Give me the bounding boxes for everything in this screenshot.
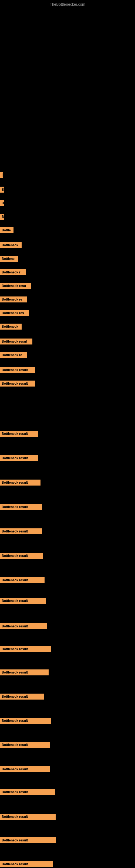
bottleneck-bar-6: Bottlene — [0, 256, 18, 262]
bottleneck-bar-11: Bottleneck — [0, 323, 21, 330]
bottleneck-bar-34: Bottleneck result — [0, 861, 53, 867]
bottleneck-bar-12: Bottleneck resul — [0, 339, 32, 344]
bottleneck-bar-24: Bottleneck result — [0, 623, 47, 629]
bottleneck-bar-20: Bottleneck result — [0, 528, 42, 534]
bottleneck-bar-28: Bottleneck result — [0, 718, 51, 724]
bottleneck-bar-0: | — [0, 172, 3, 178]
bottleneck-bar-5: Bottleneck — [0, 242, 21, 248]
site-title: TheBottlenecker.com — [0, 0, 135, 8]
bottleneck-bar-14: Bottleneck result — [0, 367, 35, 373]
bottleneck-bar-15: Bottleneck result — [0, 380, 35, 386]
bottleneck-bar-2: B — [0, 200, 4, 206]
bottleneck-bar-17: Bottleneck result — [0, 455, 38, 461]
bottleneck-bar-3: B — [0, 214, 4, 220]
bottleneck-bar-27: Bottleneck result — [0, 693, 44, 700]
bottleneck-bar-26: Bottleneck result — [0, 670, 49, 675]
bottleneck-bar-19: Bottleneck result — [0, 504, 42, 510]
bottleneck-bar-23: Bottleneck result — [0, 598, 46, 604]
bottleneck-bar-22: Bottleneck result — [0, 577, 45, 583]
bottleneck-bar-32: Bottleneck result — [0, 814, 56, 820]
bottleneck-bar-1: B — [0, 187, 4, 193]
bottleneck-bar-16: Bottleneck result — [0, 431, 38, 437]
bottleneck-bar-29: Bottleneck result — [0, 742, 50, 748]
bottleneck-bar-33: Bottleneck result — [0, 837, 56, 843]
bottleneck-bar-18: Bottleneck result — [0, 479, 41, 486]
bottleneck-bar-13: Bottleneck re — [0, 352, 27, 358]
bottleneck-bar-25: Bottleneck result — [0, 646, 51, 652]
bottleneck-bar-21: Bottleneck result — [0, 553, 43, 559]
bottleneck-bar-7: Bottleneck r — [0, 269, 26, 275]
bottleneck-bar-31: Bottleneck result — [0, 789, 55, 795]
bottleneck-bar-30: Bottleneck result — [0, 766, 50, 772]
bottleneck-bar-8: Bottleneck resu — [0, 283, 31, 289]
bottleneck-bar-9: Bottleneck re — [0, 297, 27, 303]
bottleneck-bar-10: Bottleneck res — [0, 310, 29, 316]
bottleneck-bar-4: Bottle — [0, 227, 13, 233]
